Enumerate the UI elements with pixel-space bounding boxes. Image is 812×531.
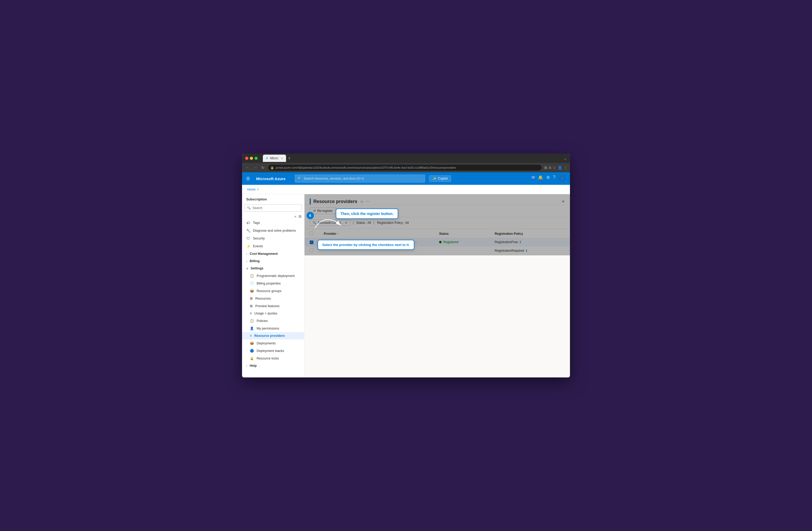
sidebar-item-label: My permissions <box>257 327 279 330</box>
copilot-button[interactable]: ✨ Copilot <box>429 175 451 182</box>
notification-icon[interactable]: 🔔 <box>538 175 543 182</box>
clear-provider-filter-icon[interactable]: ✕ <box>345 221 347 225</box>
sidebar-item-resource-providers[interactable]: ≡ Resource providers <box>242 332 304 340</box>
sidebar-item-label: Resource locks <box>257 357 279 360</box>
settings-icon[interactable]: ⚙ <box>546 175 550 182</box>
sidebar-item-policies[interactable]: 📋 Policies <box>242 317 304 325</box>
sidebar-item-preview-features[interactable]: ⊞ Preview features <box>242 302 304 310</box>
back-button[interactable]: ← <box>245 164 250 171</box>
policy-text: RegistrationRequired <box>495 249 524 253</box>
sidebar-item-programmatic-deployment[interactable]: 📋 Programmatic deployment <box>242 272 304 279</box>
resource-locks-icon: 🔒 <box>250 356 254 360</box>
azure-global-search[interactable]: 🔍 Search resources, services, and docs (… <box>295 175 425 183</box>
panel-border-accent <box>310 198 311 205</box>
status-registered: Registered <box>439 240 484 244</box>
select-all-checkbox[interactable] <box>310 231 313 235</box>
programmatic-icon: 📋 <box>250 274 254 278</box>
sidebar-group-settings[interactable]: ∨ Settings <box>242 265 304 272</box>
sidebar-item-tags[interactable]: 🏷 Tags <box>242 219 304 227</box>
sidebar-item-my-permissions[interactable]: 👤 My permissions <box>242 325 304 332</box>
sidebar-item-label: Security <box>253 236 265 240</box>
close-traffic-light[interactable] <box>245 157 248 160</box>
tab-menu-icon[interactable]: ⌄ <box>564 156 567 160</box>
active-tab-label: Micro: <box>270 156 279 160</box>
panel-close-button[interactable]: ✕ <box>562 199 565 203</box>
azure-topnav: ☰ Microsoft Azure 🔍 Search resources, se… <box>242 172 570 185</box>
maximize-traffic-light[interactable] <box>255 157 258 160</box>
reregister-button[interactable]: ↺ Re-register <box>310 207 336 214</box>
sidebar-toggle-section: « ⊞ <box>242 214 304 219</box>
sidebar-item-deployments[interactable]: 📦 Deployments <box>242 340 304 347</box>
tab-close-icon[interactable]: ✕ <box>281 157 283 160</box>
sidebar-group-label: Settings <box>251 267 263 270</box>
filter-search-icon: 🔍 <box>313 221 317 225</box>
sidebar-item-events[interactable]: ⚡ Events <box>242 242 304 250</box>
status-filter-label[interactable]: Status : All <box>356 221 371 225</box>
sidebar-search-placeholder: Search <box>252 206 262 210</box>
sidebar-group-help[interactable]: › Help <box>242 362 304 369</box>
tab-bar: A Micro: ✕ + <box>263 155 562 162</box>
sidebar-item-resources[interactable]: ⊞ Resources <box>242 295 304 302</box>
copilot-label: Copilot <box>438 177 448 181</box>
minimize-traffic-light[interactable] <box>250 157 253 160</box>
policy-cell: RegistrationRequired ℹ <box>490 246 570 255</box>
profile-icon[interactable]: 👤 <box>558 166 562 170</box>
column-checkbox <box>304 229 319 238</box>
policy-filter-label[interactable]: Registration Policy : All <box>377 221 409 225</box>
sidebar-item-deployment-stacks[interactable]: 🔵 Deployment stacks <box>242 347 304 355</box>
provider-filter-chip[interactable]: 🔍 Microsoft.CostM... ✕ <box>310 220 350 226</box>
sidebar-item-usage-quotas[interactable]: ≡ Usage + quotas <box>242 310 304 317</box>
chevron-down-icon: ∨ <box>246 267 248 270</box>
panel-title-bar: Resource providers ☆ ··· <box>310 198 559 205</box>
azure-tab-icon: A <box>266 156 268 160</box>
user-avatar[interactable]: 👤 <box>559 175 566 182</box>
bookmark-icon[interactable]: ☆ <box>553 166 556 170</box>
address-bar[interactable]: 🔒 portal.azure.com/#@qatestacc2024outloo… <box>267 164 542 171</box>
lock-icon: 🔒 <box>271 166 274 170</box>
forward-button[interactable]: → <box>252 164 258 171</box>
sidebar-item-diagnose[interactable]: 🔧 Diagnose and solve problems <box>242 227 304 234</box>
hamburger-menu-icon[interactable]: ☰ <box>246 176 250 181</box>
sidebar-item-resource-groups[interactable]: 📦 Resource groups <box>242 287 304 295</box>
sidebar-collapse-icon[interactable]: « <box>294 214 296 218</box>
sidebar-item-billing-properties[interactable]: 📄 Billing properties <box>242 279 304 287</box>
sidebar-group-label: Help <box>250 364 257 368</box>
sidebar-expand-icon[interactable]: ⊞ <box>299 214 302 218</box>
usage-quotas-icon: ≡ <box>250 312 252 315</box>
sidebar-group-label: Billing <box>250 259 260 263</box>
sidebar-item-label: Preview features <box>255 304 279 308</box>
policy-info-icon[interactable]: ℹ <box>520 240 521 244</box>
sidebar-search[interactable]: 🔍 Search <box>245 204 302 212</box>
row-checkbox-cell[interactable]: ✓ <box>304 238 319 246</box>
column-provider[interactable]: Provider <box>319 229 410 238</box>
browser-titlebar: A Micro: ✕ + ⌄ <box>242 154 570 163</box>
copilot-icon: ✨ <box>433 177 436 181</box>
extension-icon[interactable]: ⊞ <box>544 166 547 170</box>
policy-info-icon[interactable]: ℹ <box>526 249 527 253</box>
security-icon: 🛡 <box>246 236 250 241</box>
settings-menu-icon[interactable]: ⋮ <box>564 166 567 170</box>
sidebar-item-resource-locks[interactable]: 🔒 Resource locks <box>242 355 304 362</box>
row-checkbox-cell[interactable] <box>304 246 319 255</box>
sidebar-group-cost-management[interactable]: › Cost Management <box>242 250 304 257</box>
panel-more-options[interactable]: ··· <box>366 199 369 204</box>
row-checkbox[interactable]: ✓ <box>310 241 313 244</box>
active-tab[interactable]: A Micro: ✕ <box>263 155 286 162</box>
sidebar-item-label: Diagnose and solve problems <box>253 229 296 232</box>
sidebar-item-label: Resource providers <box>254 334 285 338</box>
help-icon[interactable]: ? <box>553 175 555 182</box>
mail-icon[interactable]: ✉ <box>532 175 535 182</box>
translate-icon[interactable]: A <box>549 166 551 170</box>
row-checkbox[interactable] <box>310 248 313 252</box>
sidebar-group-billing[interactable]: › Billing <box>242 257 304 265</box>
sidebar-item-security[interactable]: 🛡 Security <box>242 234 304 242</box>
policies-icon: 📋 <box>250 319 254 323</box>
refresh-button[interactable]: ↻ <box>260 164 265 171</box>
row-more-icon[interactable]: ··· <box>415 240 418 244</box>
sidebar-item-label: Billing properties <box>257 282 280 285</box>
chevron-right-icon: › <box>246 364 247 367</box>
breadcrumb-home[interactable]: Home <box>247 188 256 191</box>
panel-favorite-star[interactable]: ☆ <box>360 199 364 204</box>
url-text: portal.azure.com/#@qatestacc2024outlook.… <box>276 166 456 169</box>
new-tab-button[interactable]: + <box>288 156 290 161</box>
